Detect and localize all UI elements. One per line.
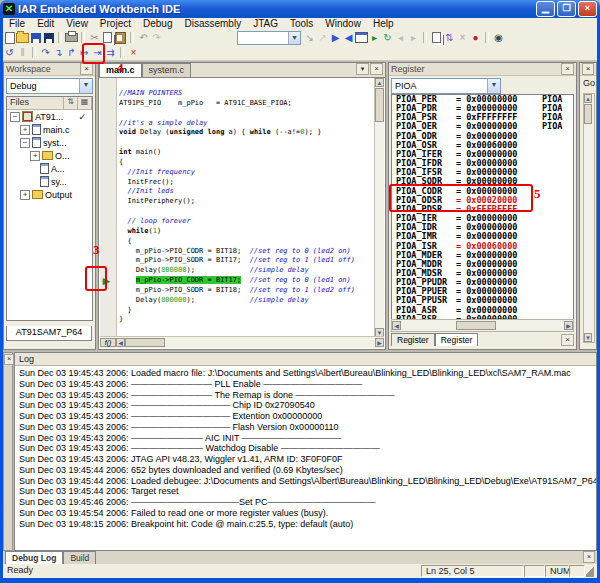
workspace-close-icon[interactable]: × — [80, 63, 93, 75]
workspace-project-tab[interactable]: AT91SAM7_P64 — [6, 326, 92, 341]
code-editor[interactable]: //MAIN POINTERSAT91PS_PIO m_pPio = AT91C… — [117, 78, 375, 337]
next-error-icon[interactable]: ▸ — [407, 31, 420, 44]
menu-edit[interactable]: Edit — [31, 18, 60, 30]
menu-view[interactable]: View — [60, 18, 94, 30]
tab-system-c[interactable]: system.c — [142, 63, 192, 77]
debug-icon[interactable]: ◉ — [492, 31, 505, 44]
declaration-window-icon[interactable] — [355, 31, 368, 44]
toggle-breakpoint-icon[interactable]: ● — [469, 31, 482, 44]
chevron-down-icon[interactable]: ▼ — [288, 32, 300, 44]
go-button[interactable]: ⇉ — [104, 46, 117, 59]
find-combobox[interactable]: ▼ — [237, 31, 301, 45]
log-dock-handle[interactable]: × Debug Log — [3, 352, 13, 551]
expand-icon[interactable]: + — [30, 151, 40, 161]
stop-debugger-button[interactable]: × — [127, 46, 140, 59]
register-tabs-close-icon[interactable]: × — [561, 334, 574, 346]
options-column-icon[interactable]: ▦ — [78, 97, 92, 109]
menu-disassembly[interactable]: Disassembly — [178, 18, 247, 30]
files-column-header[interactable]: Files ⇅ ▦ — [7, 97, 92, 110]
resize-grip[interactable] — [586, 565, 594, 577]
disable-breakpoints-icon[interactable]: × — [456, 31, 469, 44]
scrollbar-thumb[interactable] — [584, 104, 592, 124]
maximize-button[interactable]: ❒ — [557, 1, 576, 17]
menu-project[interactable]: Project — [94, 18, 137, 30]
collapse-icon[interactable]: − — [20, 138, 30, 148]
make-icon[interactable]: ↻ — [381, 31, 394, 44]
tree-item-output[interactable]: +Output — [7, 188, 92, 201]
source-browser-icon[interactable] — [430, 31, 443, 44]
tab-list-icon[interactable]: ▾ — [356, 63, 369, 75]
scroll-left-icon[interactable]: ◀ — [116, 338, 125, 347]
tab-register-1[interactable]: Register — [391, 333, 435, 346]
sort-column-icon[interactable]: ⇅ — [64, 97, 78, 109]
next-statement-button[interactable]: ↦ — [78, 46, 91, 59]
editor-close-icon[interactable]: × — [370, 63, 383, 75]
copy-icon[interactable] — [101, 31, 114, 44]
scroll-up-icon[interactable]: ▲ — [584, 94, 592, 103]
scroll-right-icon[interactable]: ▶ — [564, 321, 573, 330]
log-tabs-close-icon[interactable]: × — [583, 551, 595, 563]
save-all-icon[interactable] — [42, 31, 55, 44]
new-file-icon[interactable] — [3, 31, 16, 44]
open-file-icon[interactable] — [16, 31, 29, 44]
find-previous-icon[interactable]: ↗ — [316, 31, 329, 44]
editor-horizontal-scrollbar[interactable]: f() ◀ ▶ — [100, 336, 384, 348]
title-bar[interactable]: ✕ IAR Embedded Workbench IDE ▁ ❒ × — [0, 0, 600, 18]
menu-debug[interactable]: Debug — [137, 18, 178, 30]
expand-icon[interactable]: + — [20, 190, 30, 200]
menu-help[interactable]: Help — [367, 18, 400, 30]
workspace-config-combobox[interactable]: Debug ▼ — [6, 78, 93, 94]
editor-vertical-scrollbar[interactable]: ▲ ▼ — [374, 78, 384, 337]
menu-jtag[interactable]: JTAG — [247, 18, 284, 30]
cut-icon[interactable]: ✂ — [88, 31, 101, 44]
navigate-backward-icon[interactable]: ◀ — [342, 31, 355, 44]
reset-button[interactable]: ↺ — [3, 46, 16, 59]
register-close-icon[interactable]: × — [561, 63, 574, 75]
tab-build[interactable]: Build — [63, 551, 96, 564]
menu-window[interactable]: Window — [319, 18, 367, 30]
tree-item-at91[interactable]: −AT91...✓ — [7, 110, 92, 123]
tab-debug-log[interactable]: Debug Log — [5, 551, 63, 564]
register-group-combobox[interactable]: PIOA ▼ — [391, 78, 501, 94]
chevron-down-icon[interactable]: ▼ — [487, 79, 500, 93]
collapse-icon[interactable]: − — [10, 112, 20, 122]
tree-item-sy[interactable]: sy... — [7, 175, 92, 188]
expand-icon[interactable]: + — [20, 125, 30, 135]
minimize-button[interactable]: ▁ — [536, 1, 555, 17]
break-button[interactable]: ‖ — [16, 46, 29, 59]
menu-tools[interactable]: Tools — [284, 18, 319, 30]
print-icon[interactable] — [65, 31, 78, 44]
editor-gutter[interactable]: ▶ — [100, 78, 117, 337]
register-horizontal-scrollbar[interactable]: ◀ ▶ — [391, 319, 574, 332]
save-icon[interactable] — [29, 31, 42, 44]
step-into-button[interactable]: ↴ — [52, 46, 65, 59]
scrollbar-thumb[interactable] — [375, 88, 384, 122]
step-over-button[interactable]: ↷ — [39, 46, 52, 59]
tree-item-a[interactable]: A... — [7, 162, 92, 175]
scroll-right-icon[interactable]: ▶ — [375, 338, 384, 347]
tree-item-syst[interactable]: −syst... — [7, 136, 92, 149]
tree-item-main-c[interactable]: +main.c — [7, 123, 92, 136]
run-to-cursor-button[interactable]: ⇥ — [91, 46, 104, 59]
disassembly-close-icon[interactable]: × — [582, 63, 594, 75]
scroll-down-icon[interactable]: ▼ — [584, 333, 592, 342]
step-out-button[interactable]: ↱ — [65, 46, 78, 59]
previous-error-icon[interactable]: ◂ — [394, 31, 407, 44]
disassembly-vertical-scrollbar[interactable]: ▲ ▼ — [583, 93, 595, 343]
undo-icon[interactable]: ↶ — [137, 31, 150, 44]
function-tooltip-button[interactable]: f() — [100, 338, 116, 347]
paste-icon[interactable] — [114, 31, 127, 44]
navigate-forward-icon[interactable]: ▶ — [329, 31, 342, 44]
scroll-left-icon[interactable]: ◀ — [392, 321, 401, 330]
scrollbar-thumb[interactable] — [125, 338, 165, 347]
log-close-icon[interactable]: × — [4, 354, 14, 365]
scroll-up-icon[interactable]: ▲ — [375, 78, 384, 87]
redo-icon[interactable]: ↷ — [150, 31, 163, 44]
scrollbar-thumb[interactable] — [456, 321, 496, 330]
symbol-browser-icon[interactable]: ⇅ — [443, 31, 456, 44]
compile-icon[interactable]: ▸ — [368, 31, 381, 44]
menu-file[interactable]: File — [3, 18, 31, 30]
close-button[interactable]: × — [578, 1, 597, 17]
chevron-down-icon[interactable]: ▼ — [79, 79, 92, 93]
find-input[interactable] — [238, 32, 288, 44]
